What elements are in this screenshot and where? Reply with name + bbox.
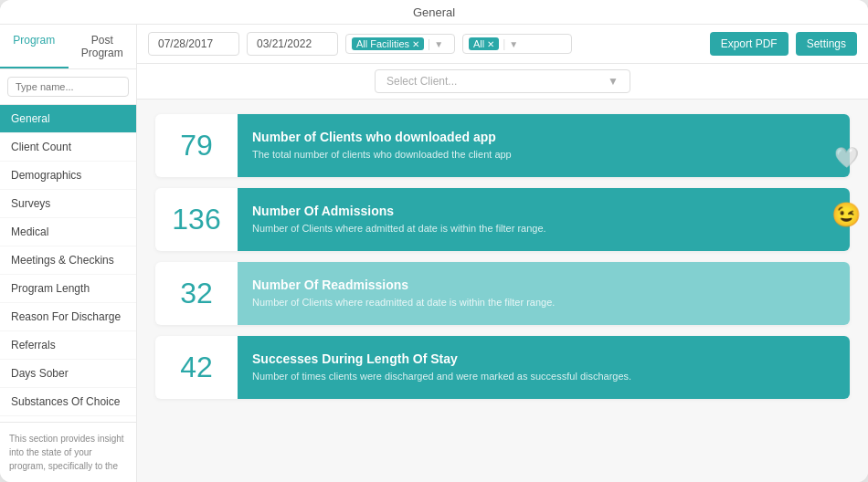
app-window: General Program Post Program General Cli… — [0, 0, 868, 482]
metric-info-1: Number Of Admissions Number of Clients w… — [238, 188, 850, 251]
metric-card-readmissions: 32 Number Of Readmissions Number of Clie… — [155, 262, 850, 325]
sidebar-item-reason-discharge[interactable]: Reason For Discharge — [0, 303, 136, 331]
metric-info-3: Successes During Length Of Stay Number o… — [238, 336, 850, 399]
facility-tag: All Facilities ✕ — [352, 37, 424, 50]
window-title: General — [413, 5, 455, 19]
sidebar-footer: This section provides insight into the s… — [0, 422, 136, 482]
date-from-input[interactable] — [148, 32, 239, 56]
sidebar-item-surveys[interactable]: Surveys — [0, 190, 136, 218]
metric-number-3: 42 — [155, 336, 238, 399]
search-input[interactable] — [7, 77, 129, 97]
metric-desc-3: Number of times clients were discharged … — [252, 370, 835, 383]
sidebar-item-client-count[interactable]: Client Count — [0, 133, 136, 162]
metric-number-1: 136 — [155, 188, 238, 251]
client-select-row: Select Client... ▼ — [137, 64, 868, 100]
client-select-chevron-icon: ▼ — [608, 75, 619, 88]
filter-divider-2: | — [503, 37, 505, 50]
sidebar-search-container — [0, 69, 136, 105]
metric-info-2: Number Of Readmissions Number of Clients… — [238, 262, 850, 325]
sidebar-item-general[interactable]: General — [0, 105, 136, 133]
metric-title-1: Number Of Admissions — [252, 204, 835, 218]
settings-button[interactable]: Settings — [796, 32, 857, 56]
tab-post-program[interactable]: Post Program — [69, 25, 137, 68]
all-tag-close[interactable]: ✕ — [487, 39, 494, 49]
content-area: All Facilities ✕ | ▼ All ✕ | ▼ Export PD… — [137, 25, 868, 482]
metric-card-successes: 42 Successes During Length Of Stay Numbe… — [155, 336, 850, 399]
metric-title-0: Number of Clients who downloaded app — [252, 130, 835, 144]
sidebar-item-demographics[interactable]: Demographics — [0, 162, 136, 190]
sidebar: Program Post Program General Client Coun… — [0, 25, 137, 482]
sidebar-item-days-sober[interactable]: Days Sober — [0, 360, 136, 388]
export-pdf-button[interactable]: Export PDF — [710, 32, 789, 56]
content-toolbar: All Facilities ✕ | ▼ All ✕ | ▼ Export PD… — [137, 25, 868, 64]
emoji-face-decoration: 😉 — [831, 201, 861, 229]
title-bar: General — [0, 0, 868, 25]
client-select-dropdown[interactable]: Select Client... ▼ — [375, 69, 630, 93]
filter-divider-1: | — [428, 37, 430, 50]
sidebar-item-meetings-checkins[interactable]: Meetings & Checkins — [0, 246, 136, 275]
metric-number-2: 32 — [155, 262, 238, 325]
metric-desc-1: Number of Clients where admitted at date… — [252, 222, 835, 236]
sidebar-tabs: Program Post Program — [0, 25, 136, 69]
tab-program[interactable]: Program — [0, 25, 69, 68]
metric-title-3: Successes During Length Of Stay — [252, 351, 835, 366]
sidebar-item-medical[interactable]: Medical — [0, 218, 136, 246]
metric-card-admissions: 136 Number Of Admissions Number of Clien… — [155, 188, 850, 251]
metric-number-0: 79 — [155, 114, 238, 177]
date-to-input[interactable] — [247, 32, 338, 56]
sidebar-nav: General Client Count Demographics Survey… — [0, 105, 136, 422]
metric-title-2: Number Of Readmissions — [252, 278, 835, 292]
metric-desc-0: The total number of clients who download… — [252, 148, 835, 162]
content-body: 79 Number of Clients who downloaded app … — [137, 100, 868, 482]
heart-decoration: 🤍 — [834, 146, 859, 170]
facility-filter[interactable]: All Facilities ✕ | ▼ — [345, 34, 455, 54]
metric-card-clients-downloaded: 79 Number of Clients who downloaded app … — [155, 114, 850, 177]
facility-tag-close[interactable]: ✕ — [412, 39, 419, 49]
sidebar-item-program-length[interactable]: Program Length — [0, 275, 136, 303]
metric-info-0: Number of Clients who downloaded app The… — [238, 114, 850, 177]
all-filter[interactable]: All ✕ | ▼ — [462, 34, 572, 54]
metric-desc-2: Number of Clients where readmitted at da… — [252, 296, 835, 309]
sidebar-item-substances-of-choice[interactable]: Substances Of Choice — [0, 388, 136, 416]
client-select-placeholder: Select Client... — [386, 75, 457, 88]
all-tag: All ✕ — [469, 37, 499, 50]
main-layout: Program Post Program General Client Coun… — [0, 25, 868, 482]
chevron-down-icon-1[interactable]: ▼ — [434, 39, 443, 49]
sidebar-item-referrals[interactable]: Referrals — [0, 331, 136, 360]
chevron-down-icon-2[interactable]: ▼ — [509, 39, 518, 49]
